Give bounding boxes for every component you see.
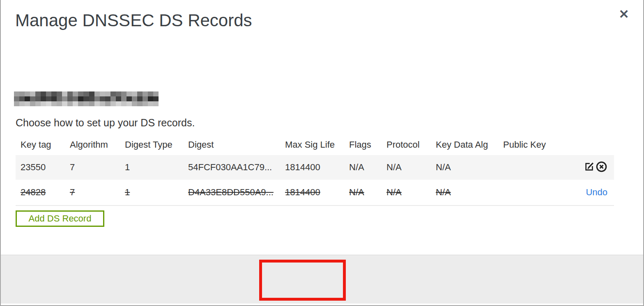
column-header-digest-type: Digest Type (125, 139, 188, 150)
cell-digest-type: 1 (125, 162, 188, 173)
redacted-domain (14, 91, 159, 106)
cell-max-sig-life: 1814400 (285, 162, 349, 173)
add-ds-record-button[interactable]: Add DS Record (16, 210, 104, 227)
page-title: Manage DNSSEC DS Records (15, 11, 252, 30)
instruction-text: Choose how to set up your DS records. (16, 117, 195, 129)
edit-icon (584, 161, 595, 174)
cell-key-data-alg: N/A (436, 187, 503, 198)
cell-max-sig-life: 1814400 (285, 187, 349, 198)
table-row-deleted: 24828 7 1 D4A33E8DD550A9... 1814400 N/A … (16, 180, 614, 206)
cell-algorithm: 7 (70, 187, 125, 198)
undo-link[interactable]: Undo (586, 187, 607, 198)
column-header-public-key: Public Key (503, 139, 565, 150)
column-header-key-data-alg: Key Data Alg (436, 139, 503, 150)
cell-flags: N/A (349, 187, 386, 198)
column-header-key-tag: Key tag (21, 139, 70, 150)
modal-footer: Save Cancel (1, 255, 643, 304)
column-header-algorithm: Algorithm (70, 139, 125, 150)
dnssec-modal: Manage DNSSEC DS Records ✕ Choose how to… (0, 0, 644, 306)
column-header-flags: Flags (349, 139, 386, 150)
delete-icon (596, 161, 607, 174)
table-header-row: Key tag Algorithm Digest Type Digest Max… (16, 135, 614, 155)
cell-key-data-alg: N/A (436, 162, 503, 173)
edit-ds-record-button[interactable] (584, 161, 595, 174)
column-header-protocol: Protocol (386, 139, 436, 150)
table-row: 23550 7 1 54FCF030AA1C79... 1814400 N/A … (16, 155, 614, 180)
cell-digest: D4A33E8DD550A9... (188, 187, 285, 198)
delete-ds-record-button[interactable] (596, 161, 607, 174)
cell-flags: N/A (349, 162, 386, 173)
cell-key-tag: 24828 (21, 187, 70, 198)
column-header-digest: Digest (188, 139, 285, 150)
cell-algorithm: 7 (70, 162, 125, 173)
cell-key-tag: 23550 (21, 162, 70, 173)
close-icon[interactable]: ✕ (617, 7, 631, 21)
column-header-max-sig-life: Max Sig Life (285, 139, 349, 150)
cell-digest-type: 1 (125, 187, 188, 198)
cell-protocol: N/A (386, 187, 436, 198)
cell-protocol: N/A (386, 162, 436, 173)
ds-records-table: Key tag Algorithm Digest Type Digest Max… (16, 135, 614, 206)
cell-digest: 54FCF030AA1C79... (188, 162, 285, 173)
